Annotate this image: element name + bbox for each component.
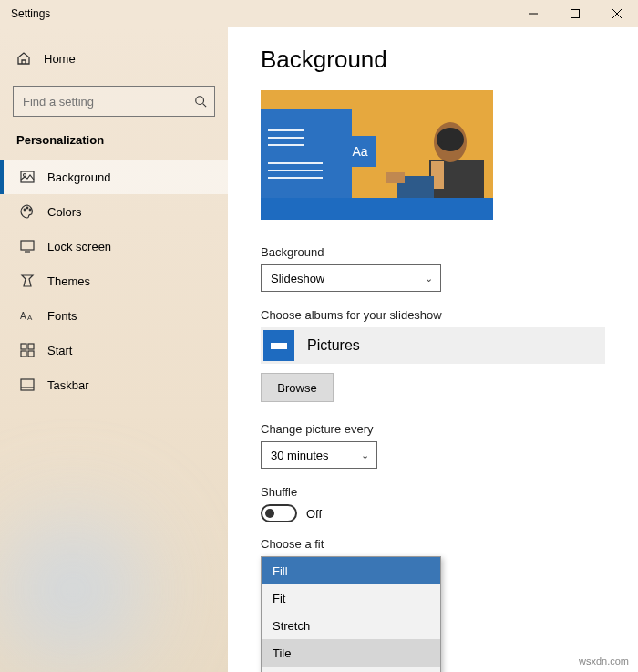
- chevron-down-icon: ⌄: [425, 273, 433, 284]
- album-name: Pictures: [307, 337, 360, 354]
- picture-icon: [20, 170, 35, 184]
- main-content: Background Aa Bac: [228, 27, 638, 672]
- background-dropdown-label: Background: [261, 245, 605, 259]
- sidebar-item-taskbar[interactable]: Taskbar: [0, 367, 228, 402]
- search-field[interactable]: [23, 95, 194, 109]
- svg-text:A: A: [27, 314, 33, 322]
- shuffle-state: Off: [306, 507, 322, 521]
- sidebar-item-background[interactable]: Background: [0, 160, 228, 194]
- search-icon: [194, 95, 207, 108]
- page-title: Background: [261, 46, 605, 74]
- svg-line-5: [203, 104, 207, 108]
- svg-point-10: [29, 209, 31, 211]
- search-input[interactable]: [13, 86, 215, 117]
- fit-option-tile[interactable]: Tile: [262, 639, 440, 667]
- folder-icon: [263, 330, 294, 361]
- fonts-icon: AA: [20, 308, 35, 323]
- change-interval-label: Change picture every: [261, 422, 605, 436]
- decorative-orb: [0, 490, 173, 672]
- maximize-button[interactable]: [554, 0, 596, 27]
- fit-label: Choose a fit: [261, 537, 605, 551]
- svg-point-24: [437, 128, 464, 151]
- sidebar-item-label: Colors: [47, 205, 82, 219]
- themes-icon: [20, 274, 35, 288]
- svg-point-7: [24, 174, 26, 177]
- svg-rect-15: [21, 344, 26, 349]
- preview-person-image: [379, 110, 484, 204]
- sidebar-item-lock-screen[interactable]: Lock screen: [0, 229, 228, 264]
- fit-option-stretch[interactable]: Stretch: [262, 612, 440, 639]
- fit-option-fit[interactable]: Fit: [262, 584, 440, 612]
- lock-screen-icon: [20, 239, 35, 253]
- titlebar: Settings: [0, 0, 638, 27]
- home-nav[interactable]: Home: [0, 40, 228, 77]
- sidebar-item-label: Themes: [47, 274, 90, 288]
- preview-sample-text: Aa: [345, 136, 376, 167]
- close-button[interactable]: [596, 0, 638, 27]
- svg-rect-19: [21, 379, 34, 390]
- home-label: Home: [44, 52, 76, 66]
- fit-dropdown-open[interactable]: Fill Fit Stretch Tile Center Span: [261, 556, 441, 672]
- fit-option-fill[interactable]: Fill: [262, 557, 440, 584]
- background-dropdown-value: Slideshow: [271, 272, 324, 285]
- desktop-preview: Aa: [261, 90, 493, 220]
- svg-rect-27: [386, 172, 405, 183]
- album-item[interactable]: Pictures: [261, 327, 605, 364]
- svg-rect-25: [441, 141, 461, 147]
- shuffle-label: Shuffle: [261, 485, 605, 499]
- sidebar-item-label: Fonts: [47, 309, 77, 323]
- sidebar-item-label: Start: [47, 344, 72, 357]
- svg-point-4: [196, 97, 204, 105]
- watermark: wsxdn.com: [579, 656, 629, 667]
- browse-button[interactable]: Browse: [261, 373, 334, 402]
- svg-rect-17: [21, 351, 26, 357]
- window-title: Settings: [11, 7, 512, 20]
- start-icon: [20, 343, 35, 357]
- svg-rect-16: [28, 344, 34, 349]
- svg-text:A: A: [20, 311, 26, 321]
- sidebar-item-label: Taskbar: [47, 378, 89, 392]
- shuffle-toggle[interactable]: [261, 504, 297, 522]
- sidebar-item-label: Lock screen: [47, 240, 111, 253]
- sidebar-item-label: Background: [47, 171, 110, 184]
- taskbar-icon: [20, 377, 35, 392]
- fit-option-center[interactable]: Center: [262, 667, 440, 672]
- change-interval-dropdown[interactable]: 30 minutes ⌄: [261, 441, 377, 469]
- sidebar-item-colors[interactable]: Colors: [0, 194, 228, 229]
- sidebar: Home Personalization Background Colors L…: [0, 27, 228, 672]
- section-header: Personalization: [0, 126, 228, 160]
- sidebar-item-themes[interactable]: Themes: [0, 264, 228, 298]
- svg-point-9: [26, 207, 28, 209]
- svg-point-8: [24, 209, 26, 211]
- minimize-button[interactable]: [512, 0, 554, 27]
- sidebar-item-fonts[interactable]: AA Fonts: [0, 298, 228, 333]
- home-icon: [16, 51, 31, 66]
- change-interval-value: 30 minutes: [271, 449, 329, 462]
- palette-icon: [20, 204, 35, 219]
- svg-rect-18: [28, 351, 34, 357]
- svg-rect-1: [571, 10, 580, 18]
- background-dropdown[interactable]: Slideshow ⌄: [261, 264, 441, 292]
- sidebar-item-start[interactable]: Start: [0, 333, 228, 367]
- svg-rect-11: [21, 241, 34, 250]
- chevron-down-icon: ⌄: [361, 450, 369, 461]
- albums-label: Choose albums for your slideshow: [261, 308, 605, 322]
